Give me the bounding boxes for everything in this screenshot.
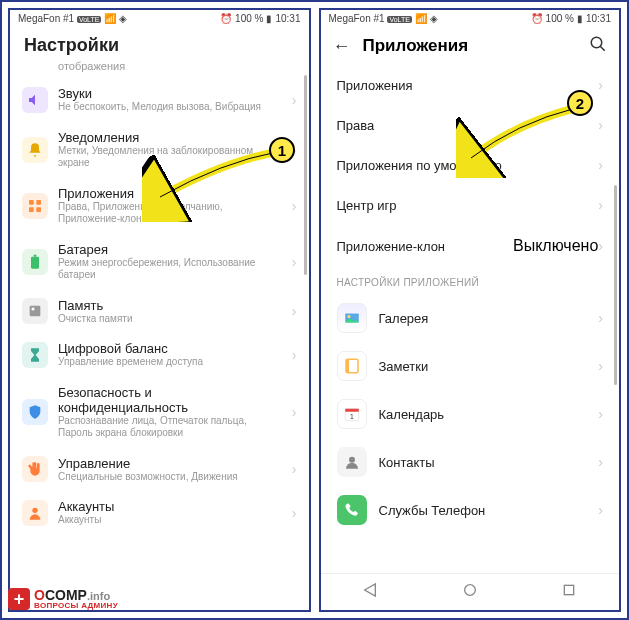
chevron-right-icon: › bbox=[292, 347, 297, 363]
chevron-right-icon: › bbox=[598, 310, 603, 326]
back-button[interactable]: ← bbox=[333, 36, 351, 57]
svg-text:1: 1 bbox=[350, 413, 354, 420]
bell-icon bbox=[22, 137, 48, 163]
row-app-twin[interactable]: Приложение-клонВыключено› bbox=[321, 225, 620, 267]
phone-icon bbox=[337, 495, 367, 525]
search-button[interactable] bbox=[589, 35, 607, 57]
svg-rect-4 bbox=[31, 256, 39, 268]
row-value: Выключено bbox=[513, 237, 598, 255]
svg-point-19 bbox=[464, 585, 475, 596]
svg-rect-5 bbox=[34, 254, 37, 256]
svg-line-10 bbox=[600, 46, 605, 51]
row-sub: Не беспокоить, Мелодия вызова, Вибрация bbox=[58, 101, 282, 114]
app-phone[interactable]: Службы Телефон› bbox=[321, 486, 620, 534]
chevron-right-icon: › bbox=[598, 77, 603, 93]
row-accounts[interactable]: АккаунтыАккаунты › bbox=[10, 491, 309, 535]
chevron-right-icon: › bbox=[292, 461, 297, 477]
svg-rect-14 bbox=[346, 359, 349, 373]
chevron-right-icon: › bbox=[598, 358, 603, 374]
settings-screen: MegaFon #1 VoLTE 📶 ◈ ⏰ 100 % ▮ 10:31 Нас… bbox=[8, 8, 311, 612]
page-header: Настройки bbox=[10, 27, 309, 60]
chevron-right-icon: › bbox=[292, 254, 297, 270]
row-title: Звуки bbox=[58, 86, 282, 101]
row-sub: Распознавание лица, Отпечаток пальца, Па… bbox=[58, 415, 282, 440]
annotation-badge-2: 2 bbox=[567, 90, 593, 116]
volte-icon: VoLTE bbox=[387, 16, 412, 23]
svg-rect-6 bbox=[30, 306, 41, 317]
svg-rect-2 bbox=[29, 207, 34, 212]
watermark: + OCOMP.info ВОПРОСЫ АДМИНУ bbox=[8, 588, 118, 610]
svg-point-8 bbox=[32, 507, 37, 512]
svg-rect-0 bbox=[29, 200, 34, 205]
battery-pct: 100 % bbox=[235, 13, 263, 24]
row-sounds[interactable]: ЗвукиНе беспокоить, Мелодия вызова, Вибр… bbox=[10, 78, 309, 122]
row-sub: Режим энергосбережения, Использование ба… bbox=[58, 257, 282, 282]
row-security[interactable]: Безопасность и конфиденциальностьРаспозн… bbox=[10, 377, 309, 448]
row-game-center[interactable]: Центр игр› bbox=[321, 185, 620, 225]
row-sub: Очистка памяти bbox=[58, 313, 282, 326]
notes-icon bbox=[337, 351, 367, 381]
clock: 10:31 bbox=[586, 13, 611, 24]
chevron-right-icon: › bbox=[598, 157, 603, 173]
battery-icon bbox=[22, 249, 48, 275]
gallery-icon bbox=[337, 303, 367, 333]
nav-back[interactable] bbox=[362, 582, 378, 602]
sound-icon bbox=[22, 87, 48, 113]
calendar-icon: 1 bbox=[337, 399, 367, 429]
nav-home[interactable] bbox=[462, 582, 478, 602]
contacts-icon bbox=[337, 447, 367, 477]
chevron-right-icon: › bbox=[598, 502, 603, 518]
alarm-icon: ⏰ bbox=[531, 13, 543, 24]
row-sub: Управление временем доступа bbox=[58, 356, 282, 369]
chevron-right-icon: › bbox=[598, 117, 603, 133]
hourglass-icon bbox=[22, 342, 48, 368]
row-digital-balance[interactable]: Цифровой балансУправление временем досту… bbox=[10, 333, 309, 377]
scrollbar[interactable] bbox=[304, 65, 307, 550]
signal-icon: 📶 bbox=[104, 13, 116, 24]
row-accessibility[interactable]: УправлениеСпециальные возможности, Движе… bbox=[10, 448, 309, 492]
clock: 10:31 bbox=[275, 13, 300, 24]
row-title: Управление bbox=[58, 456, 282, 471]
svg-point-9 bbox=[591, 37, 602, 48]
status-bar: MegaFon #1 VoLTE 📶 ◈ ⏰ 100 % ▮ 10:31 bbox=[321, 10, 620, 27]
row-title: Аккаунты bbox=[58, 499, 282, 514]
annotation-badge-1: 1 bbox=[269, 137, 295, 163]
row-storage[interactable]: ПамятьОчистка памяти › bbox=[10, 290, 309, 334]
chevron-right-icon: › bbox=[292, 198, 297, 214]
carrier-label: MegaFon #1 bbox=[329, 13, 385, 24]
app-notes[interactable]: Заметки› bbox=[321, 342, 620, 390]
row-title: Память bbox=[58, 298, 282, 313]
chevron-right-icon: › bbox=[598, 238, 603, 254]
svg-rect-20 bbox=[565, 585, 574, 594]
signal-icon: 📶 bbox=[415, 13, 427, 24]
svg-rect-1 bbox=[36, 200, 41, 205]
shield-icon bbox=[22, 399, 48, 425]
nav-recent[interactable] bbox=[561, 582, 577, 602]
nav-bar bbox=[321, 573, 620, 610]
account-icon bbox=[22, 500, 48, 526]
watermark-subtitle: ВОПРОСЫ АДМИНУ bbox=[34, 602, 118, 610]
svg-rect-7 bbox=[32, 308, 35, 311]
row-sub: Аккаунты bbox=[58, 514, 282, 527]
app-contacts[interactable]: Контакты› bbox=[321, 438, 620, 486]
svg-point-18 bbox=[349, 457, 355, 463]
row-battery[interactable]: БатареяРежим энергосбережения, Использов… bbox=[10, 234, 309, 290]
chevron-right-icon: › bbox=[292, 404, 297, 420]
svg-rect-3 bbox=[36, 207, 41, 212]
chevron-right-icon: › bbox=[292, 505, 297, 521]
chevron-right-icon: › bbox=[292, 92, 297, 108]
storage-icon bbox=[22, 298, 48, 324]
row-title: Батарея bbox=[58, 242, 282, 257]
app-calendar[interactable]: 1 Календарь› bbox=[321, 390, 620, 438]
chevron-right-icon: › bbox=[598, 406, 603, 422]
battery-icon: ▮ bbox=[266, 13, 272, 24]
app-gallery[interactable]: Галерея› bbox=[321, 294, 620, 342]
wifi-icon: ◈ bbox=[430, 13, 438, 24]
status-bar: MegaFon #1 VoLTE 📶 ◈ ⏰ 100 % ▮ 10:31 bbox=[10, 10, 309, 27]
page-title: Настройки bbox=[24, 35, 295, 56]
row-title: Цифровой баланс bbox=[58, 341, 282, 356]
battery-icon: ▮ bbox=[577, 13, 583, 24]
scrollbar[interactable] bbox=[614, 65, 617, 550]
page-header: ← Приложения bbox=[321, 27, 620, 65]
svg-point-12 bbox=[347, 315, 350, 318]
